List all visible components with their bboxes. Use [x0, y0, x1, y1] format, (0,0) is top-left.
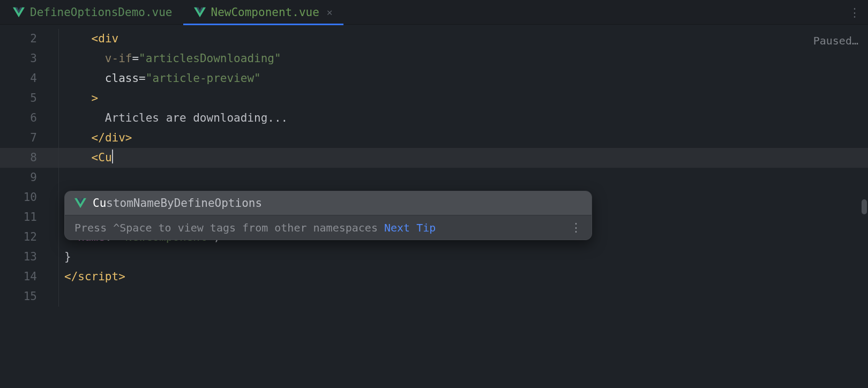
scrollbar-thumb[interactable]: [862, 199, 867, 214]
completion-match: Cu: [93, 197, 106, 210]
line-number: 2: [0, 29, 59, 49]
line-number: 4: [0, 69, 59, 88]
close-icon[interactable]: ✕: [327, 6, 333, 18]
line-number: 15: [0, 287, 59, 307]
editor[interactable]: Paused… 2 <div 3 v-if="articlesDownloadi…: [0, 25, 868, 388]
line-number: 8: [0, 148, 59, 168]
tab-bar: DefineOptionsDemo.vue NewComponent.vue ✕…: [0, 0, 868, 25]
next-tip-link[interactable]: Next Tip: [384, 221, 436, 234]
completion-rest: stomNameByDefineOptions: [106, 197, 262, 210]
completion-hint: Press ^Space to view tags from other nam…: [74, 221, 378, 234]
line-number: 5: [0, 88, 59, 108]
line-number: 7: [0, 128, 59, 148]
line-number: 14: [0, 267, 59, 287]
tab-newcomponent[interactable]: NewComponent.vue ✕: [183, 0, 343, 25]
completion-menu-button[interactable]: ⋮: [570, 221, 582, 234]
line-number: 11: [0, 207, 59, 227]
vue-icon: [13, 7, 25, 18]
vue-icon: [74, 198, 86, 208]
status-text: Paused…: [813, 34, 858, 47]
line-number: 3: [0, 49, 59, 69]
completion-popup: CustomNameByDefineOptions Press ^Space t…: [64, 191, 592, 240]
line-number: 10: [0, 188, 59, 207]
scrollbar[interactable]: [860, 49, 868, 388]
line-number: 12: [0, 227, 59, 247]
tab-label: DefineOptionsDemo.vue: [30, 6, 173, 19]
completion-item[interactable]: CustomNameByDefineOptions: [65, 191, 592, 215]
line-number: 13: [0, 247, 59, 267]
code-lines: 2 <div 3 v-if="articlesDownloading" 4 cl…: [0, 25, 868, 307]
tab-defineoptionsdemo[interactable]: DefineOptionsDemo.vue: [2, 0, 183, 25]
text-caret: [112, 150, 113, 163]
tab-label: NewComponent.vue: [211, 6, 319, 19]
line-number: 9: [0, 168, 59, 188]
vue-icon: [194, 7, 206, 18]
tabbar-menu-button[interactable]: ⋮: [849, 0, 860, 25]
line-number: 6: [0, 108, 59, 128]
